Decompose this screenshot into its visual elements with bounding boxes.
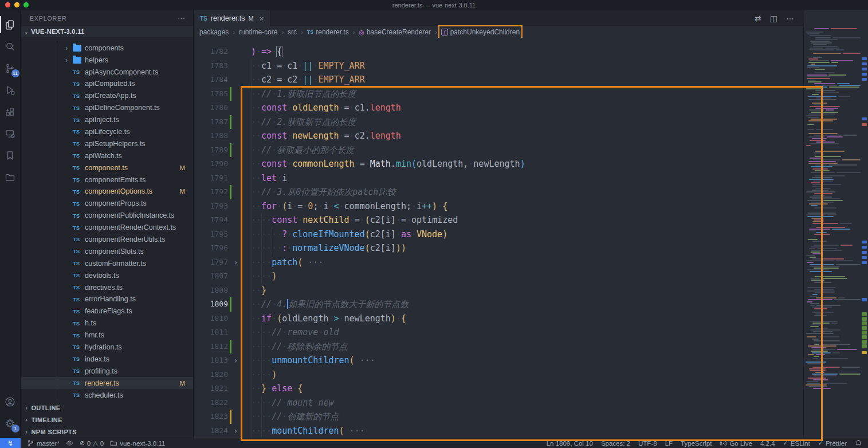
code-line-1809[interactable]: 1809··//·4.如果旧的节点数大于新的节点数: [194, 297, 803, 312]
breadcrumb-src[interactable]: src: [288, 28, 297, 36]
tree-item-componentPublicInstance.ts[interactable]: TScomponentPublicInstance.ts: [21, 210, 193, 222]
tree-item-helpers[interactable]: ›helpers: [21, 54, 193, 66]
tree-item-components[interactable]: ›components: [21, 42, 193, 54]
code-line-1796[interactable]: 1796······:·normalizeVNode(c2[i])): [194, 241, 803, 256]
tree-item-componentRenderContext.ts[interactable]: TScomponentRenderContext.ts: [21, 222, 193, 234]
activity-project-manager[interactable]: [0, 166, 21, 188]
code-line-1807[interactable]: 1807····): [194, 269, 803, 284]
split-editor-icon[interactable]: ◫: [770, 14, 777, 23]
tree-item-profiling.ts[interactable]: TSprofiling.ts: [21, 365, 193, 377]
fold-collapsed-icon[interactable]: ›: [231, 353, 240, 368]
tree-item-customFormatter.ts[interactable]: TScustomFormatter.ts: [21, 257, 193, 269]
remote-bolt-icon[interactable]: ↯: [0, 438, 21, 448]
breadcrumb-patchUnkeyedChildren[interactable]: ƒpatchUnkeyedChildren: [441, 28, 520, 36]
code-line-1821[interactable]: 1821··}·else·{: [194, 382, 803, 396]
breadcrumb-packages[interactable]: packages: [199, 28, 229, 36]
code-line-1813[interactable]: 1813›····unmountChildren( ···: [194, 353, 803, 368]
workspace-section-header[interactable]: ⌄ VUE-NEXT-3.0.11: [21, 26, 193, 38]
status-go-live[interactable]: Go Live: [720, 439, 752, 447]
status-notifications[interactable]: [855, 439, 862, 447]
tree-item-renderer.ts[interactable]: TSrenderer.tsM: [21, 377, 193, 389]
status-eslint[interactable]: ✓ESLint: [783, 439, 810, 447]
status-encoding[interactable]: UTF-8: [638, 440, 657, 447]
code-editor[interactable]: 1782)·=>·{1783··c1·=·c1·||·EMPTY_ARR1784…: [194, 38, 803, 438]
panel-outline[interactable]: ›OUTLINE: [21, 402, 193, 414]
activity-bookmarks[interactable]: [0, 144, 21, 166]
tree-item-componentRenderUtils.ts[interactable]: TScomponentRenderUtils.ts: [21, 234, 193, 246]
activity-account[interactable]: [0, 391, 21, 412]
code-line-1794[interactable]: 1794····const·nextChild·=·(c2[i]·=·optim…: [194, 213, 803, 227]
tree-item-apiDefineComponent.ts[interactable]: TSapiDefineComponent.ts: [21, 102, 193, 114]
panel-npm-scripts[interactable]: ›NPM SCRIPTS: [21, 426, 193, 438]
code-line-1820[interactable]: 1820····): [194, 368, 803, 382]
code-line-1795[interactable]: 1795······?·cloneIfMounted(c2[i]·as·VNod…: [194, 227, 803, 242]
status-version[interactable]: 4.2.4: [760, 440, 775, 447]
code-line-1792[interactable]: 1792··//·3.从0位置开始依次patch比较: [194, 185, 803, 199]
tree-item-apiComputed.ts[interactable]: TSapiComputed.ts: [21, 78, 193, 90]
status-eol[interactable]: LF: [665, 440, 673, 447]
code-line-1810[interactable]: 1810··if·(oldLength·>·newLength)·{: [194, 312, 803, 326]
status-indentation[interactable]: Spaces: 2: [601, 440, 630, 447]
status-problems[interactable]: ⊘0△0: [80, 439, 104, 447]
breadcrumb-baseCreateRenderer[interactable]: ◎baseCreateRenderer: [359, 28, 431, 36]
tree-item-hydration.ts[interactable]: TShydration.ts: [21, 341, 193, 353]
tree-item-scheduler.ts[interactable]: TSscheduler.ts: [21, 389, 193, 401]
code-line-1811[interactable]: 1811····//·remove·old: [194, 325, 803, 340]
code-line-1808[interactable]: 1808··}: [194, 284, 803, 298]
activity-settings[interactable]: ⚙1: [0, 412, 21, 434]
status-prettier[interactable]: ✓Prettier: [818, 439, 847, 447]
tree-item-apiAsyncComponent.ts[interactable]: TSapiAsyncComponent.ts: [21, 66, 193, 78]
status-language-mode[interactable]: TypeScript: [681, 440, 712, 447]
tree-item-componentOptions.ts[interactable]: TScomponentOptions.tsM: [21, 186, 193, 198]
zoom-window-button[interactable]: [23, 2, 29, 7]
explorer-more-actions-icon[interactable]: ···: [178, 14, 185, 22]
code-line-1784[interactable]: 1784··c2·=·c2·||·EMPTY_ARR: [194, 73, 803, 87]
code-line-1790[interactable]: 1790··const·commonLength·=·Math.min(oldL…: [194, 157, 803, 171]
tree-item-apiSetupHelpers.ts[interactable]: TSapiSetupHelpers.ts: [21, 137, 193, 150]
tree-item-component.ts[interactable]: TScomponent.tsM: [21, 162, 193, 174]
activity-search[interactable]: [0, 36, 21, 57]
tree-item-devtools.ts[interactable]: TSdevtools.ts: [21, 269, 193, 281]
status-cursor-position[interactable]: Ln 1809, Col 10: [547, 440, 593, 447]
tree-item-h.ts[interactable]: TSh.ts: [21, 317, 193, 329]
code-line-1812[interactable]: 1812····//·移除剩余的节点: [194, 340, 803, 354]
minimize-window-button[interactable]: [14, 2, 19, 7]
close-window-button[interactable]: [5, 2, 10, 7]
minimap[interactable]: [803, 10, 861, 438]
tree-item-hmr.ts[interactable]: TShmr.ts: [21, 329, 193, 341]
activity-extensions[interactable]: [0, 101, 21, 123]
activity-explorer[interactable]: [0, 14, 21, 36]
code-line-1793[interactable]: 1793··for·(i·=·0;·i·<·commonLength;·i++)…: [194, 199, 803, 214]
tree-item-index.ts[interactable]: TSindex.ts: [21, 353, 193, 365]
tree-item-componentEmits.ts[interactable]: TScomponentEmits.ts: [21, 174, 193, 186]
fold-collapsed-icon[interactable]: ›: [231, 424, 240, 438]
code-line-1786[interactable]: 1786··const·oldLength·=·c1.length: [194, 101, 803, 115]
more-actions-icon[interactable]: ⋯: [786, 14, 794, 23]
breadcrumb-runtime-core[interactable]: runtime-core: [239, 28, 277, 36]
activity-source-control[interactable]: 11: [0, 57, 21, 79]
tree-item-apiWatch.ts[interactable]: TSapiWatch.ts: [21, 150, 193, 162]
code-line-1785[interactable]: 1785··//·1.获取旧节点的长度: [194, 87, 803, 101]
status-git-branch[interactable]: master*: [27, 439, 60, 447]
code-line-1788[interactable]: 1788··const·newLength·=·c2.length: [194, 129, 803, 143]
tree-item-componentSlots.ts[interactable]: TScomponentSlots.ts: [21, 245, 193, 257]
tree-item-errorHandling.ts[interactable]: TSerrorHandling.ts: [21, 293, 193, 305]
tree-item-directives.ts[interactable]: TSdirectives.ts: [21, 281, 193, 293]
status-project-manager[interactable]: vue-next-3.0.11: [110, 439, 165, 447]
code-line-1824[interactable]: 1824›····mountChildren( ···: [194, 424, 803, 438]
panel-timeline[interactable]: ›TIMELINE: [21, 414, 193, 426]
open-changes-icon[interactable]: ⇄: [755, 14, 761, 23]
activity-remote-explorer[interactable]: [0, 123, 21, 144]
tree-item-apiInject.ts[interactable]: TSapiInject.ts: [21, 114, 193, 126]
tab-renderer-ts[interactable]: TS renderer.ts M ×: [194, 10, 270, 26]
status-gitlens-eye[interactable]: [66, 439, 73, 447]
tab-close-icon[interactable]: ×: [260, 14, 264, 23]
tree-item-apiCreateApp.ts[interactable]: TSapiCreateApp.ts: [21, 90, 193, 102]
overview-ruler[interactable]: [861, 10, 868, 438]
tree-item-componentProps.ts[interactable]: TScomponentProps.ts: [21, 198, 193, 210]
fold-collapsed-icon[interactable]: ›: [231, 256, 240, 270]
code-line-1791[interactable]: 1791··let·i: [194, 171, 803, 186]
code-line-1823[interactable]: 1823····//·创建新的节点: [194, 410, 803, 424]
tree-item-apiLifecycle.ts[interactable]: TSapiLifecycle.ts: [21, 126, 193, 138]
activity-run-debug[interactable]: [0, 79, 21, 101]
